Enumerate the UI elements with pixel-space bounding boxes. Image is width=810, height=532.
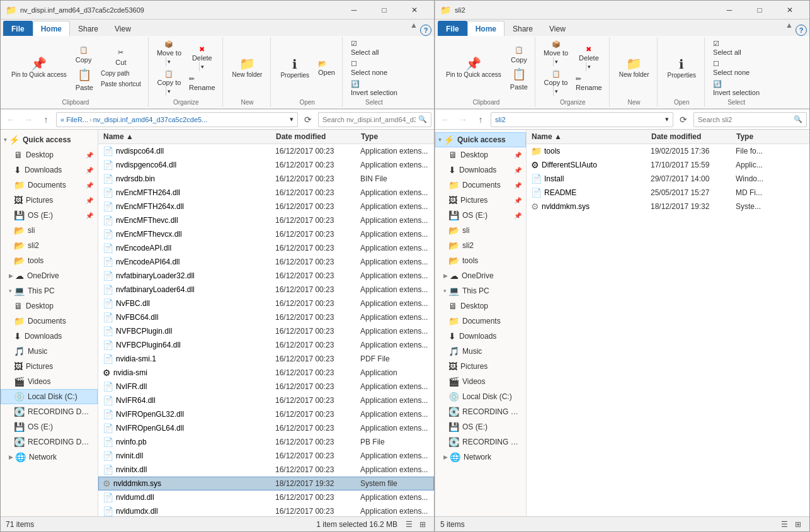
table-row[interactable]: 📄README25/05/2017 15:27MD Fi...	[527, 186, 809, 200]
right-pin-quick-access-button[interactable]: 📌 Pin to Quick access	[442, 55, 506, 81]
right-sidebar-pc-documents[interactable]: 📁 Documents	[435, 314, 526, 329]
right-header-date[interactable]: Date modified	[649, 132, 734, 141]
left-header-name[interactable]: Name ▲	[98, 132, 273, 141]
right-sidebar-documents[interactable]: 📁 Documents 📌	[435, 178, 526, 193]
right-forward-button[interactable]: →	[455, 112, 471, 127]
table-row[interactable]: 📄NvIFROpenGL32.dll16/12/2017 00:23Applic…	[98, 407, 434, 421]
left-select-none-button[interactable]: ☐ Select none	[348, 59, 401, 77]
right-tab-home[interactable]: Home	[467, 21, 505, 36]
left-open-button[interactable]: 📂 Open	[315, 59, 338, 77]
left-tab-file[interactable]: File	[3, 21, 33, 36]
left-sidebar-os-e[interactable]: 💾 OS (E:) 📌	[1, 208, 98, 223]
table-row[interactable]: 📄nvinfo.pb16/12/2017 00:23PB File	[98, 435, 434, 449]
left-properties-button[interactable]: ℹ Properties	[276, 56, 314, 81]
left-sidebar-pc-music[interactable]: 🎵 Music	[1, 344, 98, 359]
table-row[interactable]: 📄NvIFR.dll16/12/2017 00:23Application ex…	[98, 380, 434, 393]
left-search-input[interactable]	[322, 116, 416, 123]
table-row[interactable]: 📄NVFBCPlugin64.dll16/12/2017 00:23Applic…	[98, 338, 434, 352]
left-search-box[interactable]: 🔍	[318, 112, 431, 127]
table-row[interactable]: 📁tools19/02/2015 17:36File fo...	[527, 144, 809, 158]
left-rename-button[interactable]: ✏ Rename	[186, 74, 219, 93]
right-sidebar-downloads[interactable]: ⬇ Downloads 📌	[435, 162, 526, 178]
left-paste-button[interactable]: 📋 Paste	[72, 67, 96, 93]
right-sidebar-pc-pictures[interactable]: 🖼 Pictures	[435, 359, 526, 374]
left-sidebar-onedrive[interactable]: ▶ ☁ OneDrive	[1, 268, 98, 283]
table-row[interactable]: 📄nvdrsdb.bin16/12/2017 00:23BIN File	[98, 172, 434, 186]
table-row[interactable]: ⚙nvidia-smi16/12/2017 00:23Application	[98, 366, 434, 380]
left-sidebar-desktop[interactable]: 🖥 Desktop 📌	[1, 147, 98, 162]
right-sidebar-tools[interactable]: 📂 tools	[435, 253, 526, 268]
left-delete-button[interactable]: ✖ Delete ▾	[186, 44, 219, 72]
table-row[interactable]: 📄nvinitx.dll16/12/2017 00:23Application …	[98, 463, 434, 477]
left-sidebar-sli[interactable]: 📂 sli	[1, 223, 98, 238]
left-move-to-button[interactable]: 📦 Move to ▾	[154, 39, 185, 67]
left-help-button[interactable]: ?	[420, 25, 431, 36]
right-sidebar-this-pc[interactable]: ▾ 💻 This PC	[435, 283, 526, 298]
left-sidebar-documents[interactable]: 📁 Documents 📌	[1, 178, 98, 193]
right-sidebar-pc-videos[interactable]: 🎬 Videos	[435, 374, 526, 389]
table-row[interactable]: 📄nvEncMFTH264.dll16/12/2017 00:23Applica…	[98, 186, 434, 200]
left-forward-button[interactable]: →	[21, 112, 36, 127]
right-sidebar-onedrive[interactable]: ▶ ☁ OneDrive	[435, 268, 526, 283]
left-close-button[interactable]: ✕	[400, 1, 429, 20]
table-row[interactable]: 📄nvEncodeAPI64.dll16/12/2017 00:23Applic…	[98, 255, 434, 269]
left-back-button[interactable]: ←	[3, 112, 18, 127]
right-sidebar-local-disk-c[interactable]: 💿 Local Disk (C:)	[435, 389, 526, 404]
left-address-path[interactable]: « FileR... › nv_dispi.inf_amd64_d37ca5c2…	[56, 112, 298, 127]
left-header-type[interactable]: Type	[358, 132, 434, 141]
right-sidebar-sli[interactable]: 📂 sli	[435, 223, 526, 238]
table-row[interactable]: 📄nvdispgenco64.dll16/12/2017 00:23Applic…	[98, 158, 434, 172]
right-view-large-button[interactable]: ⊞	[792, 518, 804, 531]
right-move-to-button[interactable]: 📦 Move to ▾	[540, 39, 571, 67]
right-ribbon-collapse[interactable]: ▲	[783, 20, 796, 31]
right-properties-button[interactable]: ℹ Properties	[663, 56, 700, 81]
left-sidebar-recording-drive[interactable]: 💽 RECORDING DRIVE	[1, 404, 98, 419]
right-paste-button[interactable]: 📋 Paste	[507, 66, 531, 92]
right-maximize-button[interactable]: □	[745, 1, 774, 20]
left-sidebar-pc-documents[interactable]: 📁 Documents	[1, 314, 98, 329]
right-sidebar-os-e2[interactable]: 💾 OS (E:)	[435, 419, 526, 434]
right-copy-button[interactable]: 📋 Copy	[507, 45, 531, 65]
left-select-all-button[interactable]: ☑ Select all	[348, 38, 401, 57]
table-row[interactable]: 📄Install29/07/2017 14:00Windo...	[527, 172, 809, 186]
table-row[interactable]: ⚙DifferentSLIAuto17/10/2017 15:59Applic.…	[527, 158, 809, 172]
right-back-button[interactable]: ←	[438, 112, 453, 127]
left-breadcrumb-fileR[interactable]: « FileR...	[60, 116, 88, 123]
right-breadcrumb-sli2[interactable]: sli2	[495, 116, 506, 123]
right-sidebar-quick-access[interactable]: ▾ ⚡ Quick access	[435, 132, 526, 147]
left-minimize-button[interactable]: ─	[339, 1, 368, 20]
table-row[interactable]: 📄NvFBC.dll16/12/2017 00:23Application ex…	[98, 297, 434, 310]
table-row[interactable]: 📄nvEncMFThevc.dll16/12/2017 00:23Applica…	[98, 213, 434, 227]
left-sidebar-pc-desktop[interactable]: 🖥 Desktop	[1, 298, 98, 314]
right-view-details-button[interactable]: ☰	[778, 518, 790, 531]
table-row[interactable]: 📄NvIFROpenGL64.dll16/12/2017 00:23Applic…	[98, 421, 434, 435]
table-row[interactable]: ⚙nvlddmkm.sys18/12/2017 19:32System file	[98, 477, 434, 490]
left-sidebar-network[interactable]: ▶ 🌐 Network	[1, 450, 98, 465]
left-copy-path-button[interactable]: Copy path	[98, 69, 144, 78]
right-address-path[interactable]: sli2 ▾	[491, 112, 673, 127]
right-help-button[interactable]: ?	[796, 25, 807, 36]
left-copy-to-button[interactable]: 📋 Copy to ▾	[154, 69, 185, 97]
left-refresh-button[interactable]: ⟳	[300, 112, 316, 127]
left-sidebar-sli2[interactable]: 📂 sli2	[1, 238, 98, 253]
left-cut-button[interactable]: ✂ Cut	[98, 47, 144, 67]
left-up-button[interactable]: ↑	[38, 112, 54, 127]
left-tab-view[interactable]: View	[106, 21, 139, 36]
table-row[interactable]: 📄nvEncMFThevcx.dll16/12/2017 00:23Applic…	[98, 227, 434, 241]
right-header-name[interactable]: Name ▲	[527, 132, 649, 141]
table-row[interactable]: 📄nvldumdx.dll16/12/2017 00:23Application…	[98, 504, 434, 516]
right-select-all-button[interactable]: ☑ Select all	[710, 38, 763, 57]
left-pin-quick-access-button[interactable]: 📌 Pin to Quick access	[7, 55, 71, 81]
right-up-button[interactable]: ↑	[473, 112, 488, 127]
left-sidebar-downloads[interactable]: ⬇ Downloads 📌	[1, 162, 98, 178]
left-sidebar-pc-downloads[interactable]: ⬇ Downloads	[1, 329, 98, 344]
right-sidebar-desktop[interactable]: 🖥 Desktop 📌	[435, 147, 526, 162]
right-sidebar-recording-drive[interactable]: 💽 RECORDING DRIVE	[435, 404, 526, 419]
left-sidebar-pictures[interactable]: 🖼 Pictures 📌	[1, 193, 98, 208]
right-close-button[interactable]: ✕	[775, 1, 804, 20]
right-sidebar-pc-downloads[interactable]: ⬇ Downloads	[435, 329, 526, 344]
left-tab-share[interactable]: Share	[70, 21, 106, 36]
right-sidebar-pc-desktop[interactable]: 🖥 Desktop	[435, 298, 526, 314]
left-sidebar-local-disk-c[interactable]: 💿 Local Disk (C:)	[1, 389, 98, 404]
table-row[interactable]: 📄nvfatbinaryLoader32.dll16/12/2017 00:23…	[98, 269, 434, 283]
